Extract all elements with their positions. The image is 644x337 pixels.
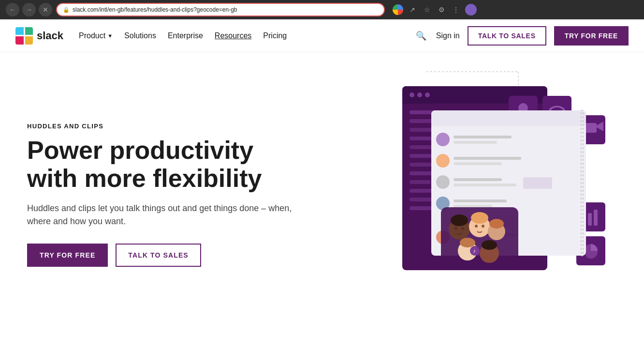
svg-rect-32: [588, 213, 592, 226]
hero-tag: HUDDLES AND CLIPS: [27, 123, 298, 130]
hero-talk-to-sales-button[interactable]: TALK TO SALES: [116, 244, 201, 267]
logo-quadrant-2: [25, 27, 33, 35]
svg-point-7: [425, 92, 430, 97]
sign-in-link[interactable]: Sign in: [436, 31, 460, 40]
grid-icon[interactable]: ⋮: [451, 4, 461, 15]
svg-rect-55: [454, 184, 516, 186]
logo-quadrant-4: [25, 36, 33, 45]
svg-point-5: [410, 92, 414, 97]
nav-pricing[interactable]: Pricing: [263, 31, 287, 40]
browser-controls: ← → ✕: [6, 3, 52, 16]
svg-rect-13: [410, 154, 435, 158]
logo-link[interactable]: slack: [15, 27, 63, 45]
svg-rect-48: [454, 136, 512, 138]
logo-text: slack: [37, 30, 63, 42]
svg-text:♪: ♪: [473, 247, 476, 254]
slack-logo: [15, 27, 33, 45]
hero-content: HUDDLES AND CLIPS Power productivity wit…: [27, 123, 298, 266]
svg-point-72: [475, 225, 478, 228]
svg-point-68: [454, 227, 457, 230]
svg-rect-18: [410, 198, 434, 201]
back-button[interactable]: ←: [6, 3, 19, 16]
svg-rect-9: [410, 119, 434, 123]
nav-right: 🔍 Sign in TALK TO SALES TRY FOR FREE: [414, 26, 629, 46]
svg-point-71: [471, 212, 488, 224]
svg-rect-52: [454, 162, 502, 165]
svg-rect-16: [410, 180, 431, 184]
svg-point-6: [417, 92, 422, 97]
nav-solutions[interactable]: Solutions: [124, 31, 156, 40]
nav-product[interactable]: Product ▼: [79, 31, 113, 40]
svg-point-50: [436, 154, 450, 168]
hero-section: HUDDLES AND CLIPS Power productivity wit…: [0, 52, 644, 337]
forward-button[interactable]: →: [22, 3, 36, 16]
navbar: slack Product ▼ Solutions Enterprise Res…: [0, 19, 644, 52]
svg-rect-58: [454, 199, 507, 202]
hero-title: Power productivity with more flexibility: [27, 137, 298, 192]
hero-illustration: ♪: [373, 52, 644, 319]
search-button[interactable]: 🔍: [414, 29, 428, 43]
svg-rect-33: [594, 210, 598, 226]
svg-point-73: [482, 225, 484, 228]
hero-buttons: TRY FOR FREE TALK TO SALES: [27, 244, 298, 267]
svg-rect-54: [454, 178, 502, 181]
share-icon[interactable]: ↗: [407, 4, 418, 15]
talk-to-sales-button[interactable]: TALK TO SALES: [468, 26, 546, 46]
svg-point-81: [482, 240, 497, 250]
svg-point-67: [451, 214, 468, 226]
svg-rect-14: [410, 163, 433, 167]
hero-try-for-free-button[interactable]: TRY FOR FREE: [27, 244, 108, 267]
star-icon[interactable]: ☆: [422, 4, 432, 15]
nav-enterprise[interactable]: Enterprise: [168, 31, 203, 40]
svg-point-47: [436, 133, 450, 146]
svg-rect-45: [431, 120, 586, 126]
try-for-free-button[interactable]: TRY FOR FREE: [554, 26, 629, 46]
svg-point-77: [460, 238, 475, 247]
hero-description: Huddles and clips let you talk things ou…: [27, 202, 298, 228]
svg-rect-51: [454, 157, 521, 160]
svg-rect-56: [523, 177, 552, 189]
browser-right-icons: ↗ ☆ ⚙ ⋮: [393, 4, 477, 15]
logo-quadrant-1: [15, 27, 24, 35]
svg-point-69: [461, 227, 464, 230]
nav-resources[interactable]: Resources: [215, 31, 251, 40]
google-icon: [393, 4, 403, 15]
browser-chrome: ← → ✕ 🔒 slack.com/intl/en-gb/features/hu…: [0, 0, 644, 19]
logo-quadrant-3: [15, 36, 24, 45]
address-bar[interactable]: 🔒 slack.com/intl/en-gb/features/huddles-…: [56, 3, 385, 16]
close-button[interactable]: ✕: [39, 3, 52, 16]
url-text: slack.com/intl/en-gb/features/huddles-an…: [73, 6, 237, 13]
svg-rect-49: [454, 141, 497, 144]
svg-point-53: [436, 175, 450, 189]
user-avatar[interactable]: [465, 4, 477, 15]
extension-icon[interactable]: ⚙: [436, 4, 447, 15]
svg-point-75: [489, 219, 504, 229]
lock-icon: 🔒: [63, 7, 70, 13]
nav-links: Product ▼ Solutions Enterprise Resources…: [79, 31, 414, 40]
svg-rect-11: [410, 137, 431, 140]
chevron-down-icon: ▼: [107, 33, 113, 39]
